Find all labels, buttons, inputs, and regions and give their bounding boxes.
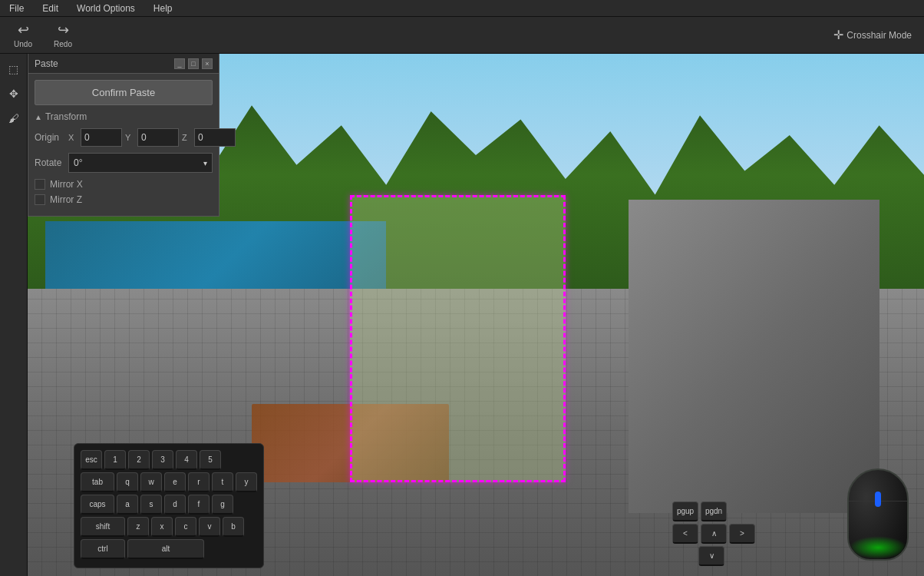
mirror-z-checkbox[interactable]: [35, 194, 45, 205]
key-e[interactable]: e: [164, 472, 186, 492]
redo-button[interactable]: ↪ Redo: [46, 18, 80, 51]
key-esc[interactable]: esc: [81, 450, 102, 470]
rotate-row: Rotate 0° ▾: [35, 153, 213, 173]
z-axis-label: Z: [182, 133, 191, 142]
confirm-paste-button[interactable]: Confirm Paste: [35, 80, 213, 105]
key-d[interactable]: d: [164, 495, 186, 515]
mirror-x-label: Mirror X: [50, 179, 83, 190]
mirror-x-row: Mirror X: [35, 179, 213, 190]
key-f[interactable]: f: [188, 495, 210, 515]
keyboard: esc 1 2 3 4 5 tab q w e r t y: [74, 443, 264, 568]
keyboard-overlay: esc 1 2 3 4 5 tab q w e r t y: [74, 443, 264, 568]
key-q[interactable]: q: [117, 472, 138, 492]
key-t[interactable]: t: [212, 472, 233, 492]
key-x[interactable]: x: [151, 517, 173, 537]
key-3[interactable]: 3: [152, 450, 173, 470]
key-shift[interactable]: shift: [81, 517, 125, 537]
key-v[interactable]: v: [199, 517, 220, 537]
left-sidebar: ⬚ ✥ 🖌: [0, 54, 28, 576]
key-alt[interactable]: alt: [127, 539, 204, 559]
panel-title: Paste: [35, 58, 58, 69]
undo-button[interactable]: ↩ Undo: [6, 18, 40, 51]
panel-title-bar: Paste _ □ ×: [28, 54, 219, 74]
paste-panel: Paste _ □ × Confirm Paste ▲ Transform Or…: [28, 54, 219, 217]
panel-close[interactable]: ×: [202, 58, 213, 69]
panel-controls: _ □ ×: [174, 58, 213, 69]
transform-section-header: ▲ Transform: [35, 111, 213, 122]
origin-z-input[interactable]: [194, 128, 236, 147]
key-pgup[interactable]: pgup: [672, 502, 698, 521]
mouse-overlay: [840, 468, 916, 568]
key-2[interactable]: 2: [128, 450, 150, 470]
key-row-1: esc 1 2 3 4 5: [81, 450, 257, 470]
mirror-z-row: Mirror Z: [35, 194, 213, 205]
mouse-glow: [849, 536, 907, 559]
redo-icon: ↪: [58, 22, 69, 38]
section-collapse-icon: ▲: [35, 113, 42, 121]
rotate-dropdown-arrow: ▾: [203, 159, 207, 167]
mirror-z-label: Mirror Z: [50, 194, 82, 205]
key-row-3: caps a s d f g: [81, 495, 257, 515]
key-c[interactable]: c: [175, 517, 196, 537]
nav-row-mid: < ∧ >: [672, 524, 755, 544]
origin-x-input[interactable]: [81, 128, 122, 147]
key-left[interactable]: <: [672, 524, 698, 544]
key-s[interactable]: s: [140, 495, 162, 515]
key-right[interactable]: >: [729, 524, 755, 544]
tool-paint[interactable]: 🖌: [3, 108, 25, 129]
menu-world-options[interactable]: World Options: [74, 2, 138, 15]
panel-minimize[interactable]: _: [174, 58, 185, 69]
menu-edit[interactable]: Edit: [39, 2, 61, 15]
key-up[interactable]: ∧: [701, 524, 727, 544]
key-5[interactable]: 5: [200, 450, 221, 470]
origin-row: Origin X Y Z: [35, 128, 213, 147]
key-tab[interactable]: tab: [81, 472, 114, 492]
key-ctrl[interactable]: ctrl: [81, 539, 125, 559]
main-area: ⬚ ✥ 🖌 Paste _ □ × Co: [0, 54, 924, 576]
key-a[interactable]: a: [117, 495, 138, 515]
key-r[interactable]: r: [188, 472, 210, 492]
rotate-dropdown[interactable]: 0° ▾: [68, 153, 213, 173]
key-down[interactable]: ∨: [698, 546, 724, 566]
nav-keys: pgup pgdn < ∧ > ∨: [672, 502, 755, 568]
key-4[interactable]: 4: [176, 450, 197, 470]
crosshair-icon: ✛: [833, 28, 843, 42]
key-pgdn[interactable]: pgdn: [701, 502, 727, 521]
nav-row-bot: ∨: [672, 546, 755, 566]
menu-bar: File Edit World Options Help: [0, 0, 924, 17]
paste-selection: [350, 195, 565, 482]
mirror-x-checkbox[interactable]: [35, 179, 45, 190]
origin-y-input[interactable]: [137, 128, 179, 147]
key-row-2: tab q w e r t y: [81, 472, 257, 492]
crosshair-mode[interactable]: ✛ Crosshair Mode: [827, 25, 918, 45]
key-1[interactable]: 1: [104, 450, 126, 470]
key-g[interactable]: g: [212, 495, 233, 515]
key-b[interactable]: b: [223, 517, 244, 537]
nav-row-top: pgup pgdn: [672, 502, 755, 521]
undo-icon: ↩: [18, 22, 29, 38]
stone-steps: [629, 200, 879, 513]
tool-select[interactable]: ⬚: [3, 58, 25, 80]
key-row-4: shift z x c v b: [81, 517, 257, 537]
rotate-label: Rotate: [35, 157, 65, 168]
mouse-body: [847, 468, 909, 561]
toolbar: ↩ Undo ↪ Redo ✛ Crosshair Mode: [0, 17, 924, 54]
key-z[interactable]: z: [127, 517, 149, 537]
menu-file[interactable]: File: [6, 2, 27, 15]
viewport[interactable]: Paste _ □ × Confirm Paste ▲ Transform Or…: [28, 54, 924, 576]
key-caps[interactable]: caps: [81, 495, 114, 515]
key-y[interactable]: y: [236, 472, 257, 492]
origin-label: Origin: [35, 132, 65, 143]
x-axis-label: X: [68, 133, 78, 142]
panel-restore[interactable]: □: [188, 58, 199, 69]
mouse-scroll-wheel: [875, 492, 881, 507]
key-row-5: ctrl alt: [81, 539, 257, 559]
menu-help[interactable]: Help: [150, 2, 176, 15]
panel-body: Confirm Paste ▲ Transform Origin X Y Z R…: [28, 74, 219, 216]
tool-move[interactable]: ✥: [3, 83, 25, 104]
key-w[interactable]: w: [140, 472, 162, 492]
y-axis-label: Y: [125, 133, 134, 142]
